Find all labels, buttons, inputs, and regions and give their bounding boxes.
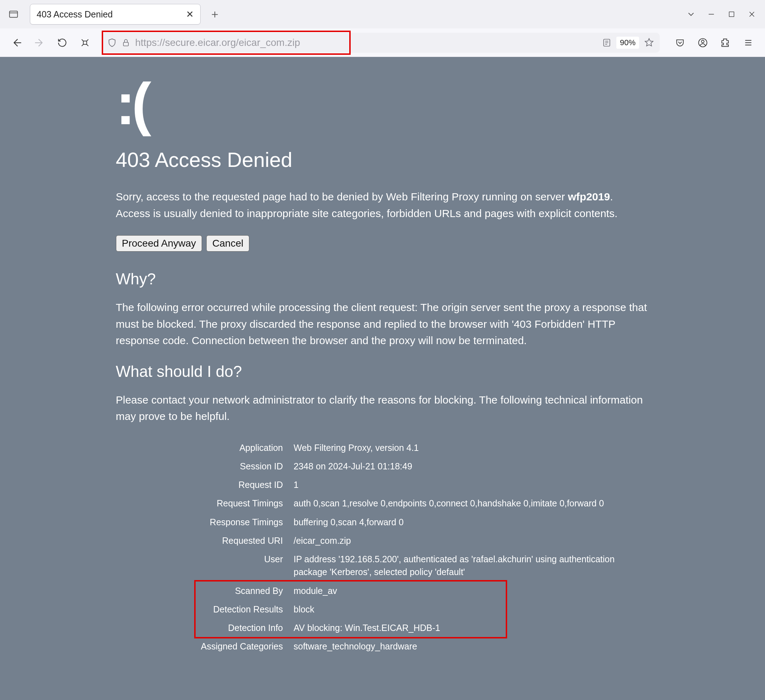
row-value: module_av	[294, 584, 649, 597]
row-label: Requested URI	[116, 534, 283, 547]
lock-icon[interactable]	[122, 38, 130, 47]
extensions-icon[interactable]	[719, 37, 732, 49]
svg-rect-1	[729, 12, 734, 16]
table-row: Detection Info AV blocking: Win.Test.EIC…	[116, 618, 649, 637]
row-value: 2348 on 2024-Jul-21 01:18:49	[294, 460, 649, 473]
row-label: Scanned By	[116, 584, 283, 597]
table-row: Requested URI /eicar_com.zip	[116, 531, 649, 550]
bookmark-star-icon[interactable]	[644, 38, 654, 48]
shield-icon[interactable]	[107, 38, 116, 47]
table-row: Detection Results block	[116, 600, 649, 618]
row-label: Assigned Categories	[116, 640, 283, 653]
row-value: block	[294, 603, 649, 616]
what-heading: What should I do?	[116, 363, 649, 380]
maximize-icon[interactable]	[728, 11, 735, 18]
row-label: Request ID	[116, 478, 283, 491]
title-bar: 403 Access Denied ✕ ＋	[0, 0, 765, 28]
new-tab-button[interactable]: ＋	[208, 6, 222, 22]
table-row: Scanned By module_av	[116, 582, 649, 600]
row-label: Detection Results	[116, 603, 283, 616]
table-row: Application Web Filtering Proxy, version…	[116, 438, 649, 457]
row-value: IP address '192.168.5.200', authenticate…	[294, 553, 649, 579]
action-buttons: Proceed Anyway Cancel	[116, 235, 649, 252]
minimize-icon[interactable]	[707, 10, 715, 18]
row-value: auth 0,scan 1,resolve 0,endpoints 0,conn…	[294, 497, 649, 509]
row-value: /eicar_com.zip	[294, 534, 649, 547]
list-all-tabs-icon[interactable]	[686, 9, 700, 19]
intro-text-before: Sorry, access to the requested page had …	[116, 191, 568, 202]
tab-title: 403 Access Denied	[37, 9, 180, 20]
page-title: 403 Access Denied	[116, 148, 649, 172]
account-icon[interactable]	[697, 37, 709, 49]
url-input[interactable]	[135, 37, 597, 48]
row-label: Application	[116, 441, 283, 454]
close-window-icon[interactable]	[748, 10, 756, 18]
what-text: Please contact your network administrato…	[116, 392, 649, 425]
svg-point-6	[701, 40, 704, 43]
row-value: AV blocking: Win.Test.EICAR_HDB-1	[294, 621, 649, 634]
row-label: Session ID	[116, 460, 283, 473]
table-row: Request ID 1	[116, 475, 649, 494]
row-label: User	[116, 553, 283, 579]
row-value: Web Filtering Proxy, version 4.1	[294, 441, 649, 454]
table-row: Session ID 2348 on 2024-Jul-21 01:18:49	[116, 457, 649, 475]
page-viewport[interactable]: :( 403 Access Denied Sorry, access to th…	[0, 57, 765, 700]
row-value: software_technology_hardware	[294, 640, 649, 653]
screenshot-icon[interactable]	[79, 37, 91, 49]
back-button[interactable]	[11, 37, 23, 49]
table-row: Request Timings auth 0,scan 1,resolve 0,…	[116, 494, 649, 512]
svg-rect-0	[9, 11, 18, 17]
proceed-anyway-button[interactable]: Proceed Anyway	[116, 235, 202, 252]
forward-button[interactable]	[33, 37, 46, 49]
server-name: wfp2019	[568, 191, 610, 202]
reload-button[interactable]	[56, 37, 68, 49]
tab-close-icon[interactable]: ✕	[186, 9, 194, 19]
sad-face-icon: :(	[116, 75, 649, 134]
window-controls	[707, 10, 761, 18]
row-value: 1	[294, 478, 649, 491]
app-menu-icon[interactable]	[742, 37, 754, 49]
why-heading: Why?	[116, 270, 649, 288]
pocket-icon[interactable]	[674, 37, 686, 49]
technical-info-table: Application Web Filtering Proxy, version…	[116, 438, 649, 656]
table-row: Response Timings buffering 0,scan 4,forw…	[116, 513, 649, 531]
navigation-toolbar: 90%	[0, 28, 765, 57]
highlighted-rows: Scanned By module_av Detection Results b…	[116, 582, 649, 637]
cancel-button[interactable]: Cancel	[206, 235, 249, 252]
row-label: Response Timings	[116, 516, 283, 528]
blocked-page: :( 403 Access Denied Sorry, access to th…	[105, 57, 660, 698]
recent-activity-icon[interactable]	[4, 5, 23, 24]
reader-mode-icon[interactable]	[602, 38, 611, 47]
row-value: buffering 0,scan 4,forward 0	[294, 516, 649, 528]
address-bar[interactable]: 90%	[102, 33, 660, 53]
svg-rect-2	[83, 41, 87, 44]
row-label: Request Timings	[116, 497, 283, 509]
zoom-level[interactable]: 90%	[616, 37, 639, 49]
table-row: User IP address '192.168.5.200', authent…	[116, 550, 649, 582]
row-label: Detection Info	[116, 621, 283, 634]
browser-tab[interactable]: 403 Access Denied ✕	[30, 4, 201, 25]
svg-rect-3	[123, 43, 128, 46]
table-row: Assigned Categories software_technology_…	[116, 637, 649, 656]
toolbar-right	[671, 37, 754, 49]
intro-paragraph: Sorry, access to the requested page had …	[116, 189, 649, 222]
why-text: The following error occurred while proce…	[116, 299, 649, 349]
